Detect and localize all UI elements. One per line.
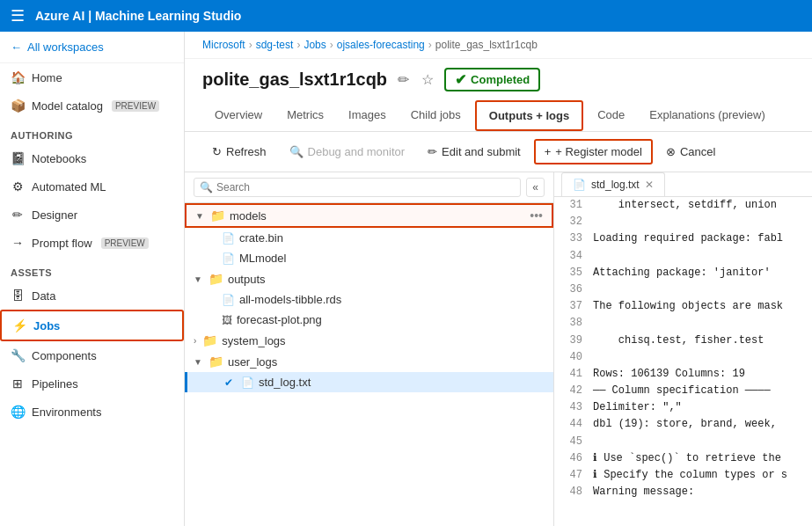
tree-node-outputs[interactable]: ▼ 📁 outputs: [185, 268, 553, 289]
folder-outputs-icon: 📁: [208, 272, 223, 286]
folder-models-icon: 📁: [210, 208, 225, 223]
tab-explanations[interactable]: Explanations (preview): [637, 101, 778, 130]
active-check-icon: ✔: [224, 376, 233, 389]
line-number: 37: [554, 298, 589, 315]
refresh-button[interactable]: ↻ Refresh: [202, 140, 276, 164]
code-line: 38: [554, 315, 812, 332]
close-tab-button[interactable]: ✕: [645, 179, 654, 191]
line-text: Delimiter: ",": [589, 399, 685, 416]
data-icon: 🗄: [11, 289, 25, 303]
sidebar-item-automatedml[interactable]: ⚙ Automated ML: [0, 172, 184, 201]
preview-badge: PREVIEW: [112, 100, 159, 112]
line-number: 41: [554, 366, 589, 383]
line-number: 46: [554, 450, 589, 467]
sidebar-item-promptflow[interactable]: → Prompt flow PREVIEW: [0, 229, 184, 257]
tab-overview[interactable]: Overview: [202, 101, 274, 130]
tab-images[interactable]: Images: [336, 101, 399, 130]
tree-node-systemlogs[interactable]: › 📁 system_logs: [185, 330, 553, 351]
register-model-button[interactable]: + + Register model: [534, 139, 653, 164]
sep1: ›: [249, 39, 252, 51]
collapse-button[interactable]: «: [526, 178, 545, 197]
breadcrumb-current: polite_gas_lsxt1r1cqb: [435, 39, 538, 51]
tree-node-models[interactable]: ▼ 📁 models •••: [185, 203, 553, 228]
code-line: 47ℹ Specify the column types or s: [554, 467, 812, 484]
code-tab-stdlog[interactable]: 📄 std_log.txt ✕: [561, 172, 665, 196]
jobs-icon: ⚡: [12, 318, 26, 332]
breadcrumb-microsoft[interactable]: Microsoft: [202, 39, 245, 51]
sidebar-item-data[interactable]: 🗄 Data: [0, 281, 184, 310]
status-check-icon: ✔: [455, 71, 466, 88]
sidebar-item-modelcatalog[interactable]: 📦 Model catalog PREVIEW: [0, 91, 184, 120]
folder-systemlogs-icon: 📁: [202, 333, 217, 347]
code-viewer: 📄 std_log.txt ✕ 31 intersect, setdiff, u…: [554, 172, 812, 526]
cancel-icon: ⊗: [666, 145, 676, 158]
line-text: ℹ Use `spec()` to retrieve the: [589, 450, 785, 467]
code-line: 37The following objects are mask: [554, 298, 812, 315]
file-tree-header: 🔍 «: [185, 172, 553, 203]
tree-node-stdlog[interactable]: ✔ 📄 std_log.txt: [185, 372, 553, 392]
line-text: intersect, setdiff, union: [589, 197, 780, 214]
sidebar-item-environments[interactable]: 🌐 Environments: [0, 398, 184, 426]
cancel-button[interactable]: ⊗ Cancel: [656, 140, 725, 164]
hamburger-menu[interactable]: ☰: [11, 6, 25, 26]
tab-metrics[interactable]: Metrics: [274, 101, 336, 130]
code-content: 31 intersect, setdiff, union3233Loading …: [554, 197, 812, 526]
sidebar-item-home[interactable]: 🏠 Home: [0, 63, 184, 91]
code-line: 32: [554, 214, 812, 230]
tree-node-mlmodel[interactable]: 📄 MLmodel: [185, 248, 553, 268]
line-text: dbl (19): store, brand, week,: [589, 416, 780, 433]
chevron-outputs: ▼: [194, 274, 202, 284]
file-tab-icon: 📄: [573, 179, 586, 191]
line-number: 34: [554, 248, 589, 265]
line-number: 39: [554, 332, 589, 349]
code-line: 48Warning message:: [554, 484, 812, 500]
file-crate-icon: 📄: [222, 232, 235, 245]
file-tree: 🔍 « ▼ 📁 models ••• 📄: [185, 172, 554, 526]
breadcrumb-jobs[interactable]: Jobs: [304, 39, 326, 51]
edit-submit-button[interactable]: ✏ Edit and submit: [418, 140, 530, 164]
file-stdlog-icon: 📄: [241, 376, 254, 389]
search-input[interactable]: [216, 181, 515, 194]
file-tree-content: ▼ 📁 models ••• 📄 crate.bin 📄 MLmodel: [185, 203, 553, 526]
tab-code[interactable]: Code: [585, 101, 637, 130]
breadcrumb-ojsales[interactable]: ojsales-forecasting: [337, 39, 425, 51]
tree-node-forecastplot[interactable]: 🖼 forecast-plot.png: [185, 310, 553, 330]
notebooks-icon: 📓: [11, 151, 25, 165]
authoring-section-label: Authoring: [0, 120, 184, 144]
line-text: ── Column specification ────: [589, 383, 774, 399]
back-all-workspaces[interactable]: ← All workspaces: [11, 40, 173, 54]
favorite-button[interactable]: ☆: [420, 69, 435, 90]
code-line: 40: [554, 349, 812, 366]
code-line: 41Rows: 106139 Columns: 19: [554, 366, 812, 383]
debug-monitor-button[interactable]: 🔍 Debug and monitor: [280, 140, 415, 164]
edit-title-button[interactable]: ✏: [396, 69, 411, 90]
toolbar: ↻ Refresh 🔍 Debug and monitor ✏ Edit and…: [185, 132, 812, 172]
line-text: Attaching package: 'janitor': [589, 265, 774, 281]
line-number: 42: [554, 383, 589, 399]
main-content: Microsoft › sdg-test › Jobs › ojsales-fo…: [185, 32, 812, 526]
home-icon: 🏠: [11, 70, 25, 84]
tab-outputslogs[interactable]: Outputs + logs: [475, 100, 583, 131]
components-icon: 🔧: [11, 348, 25, 362]
sep2: ›: [296, 39, 300, 51]
code-line: 44dbl (19): store, brand, week,: [554, 416, 812, 433]
breadcrumb-sdgtest[interactable]: sdg-test: [256, 39, 294, 51]
topbar: ☰ Azure AI | Machine Learning Studio: [0, 0, 812, 32]
sidebar-item-pipelines[interactable]: ⊞ Pipelines: [0, 369, 184, 398]
models-menu-icon[interactable]: •••: [530, 208, 543, 223]
tree-node-userlogs[interactable]: ▼ 📁 user_logs: [185, 351, 553, 372]
search-box: 🔍: [194, 178, 521, 197]
pipelines-icon: ⊞: [11, 376, 25, 391]
tree-node-crate[interactable]: 📄 crate.bin: [185, 228, 553, 248]
sidebar-item-notebooks[interactable]: 📓 Notebooks: [0, 144, 184, 172]
designer-icon: ✏: [11, 208, 25, 222]
line-number: 48: [554, 484, 589, 500]
folder-userlogs-icon: 📁: [208, 354, 223, 369]
tab-childjobs[interactable]: Child jobs: [399, 101, 473, 130]
sidebar-item-designer[interactable]: ✏ Designer: [0, 201, 184, 229]
tree-node-allmodels[interactable]: 📄 all-models-tibble.rds: [185, 289, 553, 310]
line-number: 47: [554, 467, 589, 484]
search-icon: 🔍: [200, 181, 213, 194]
sidebar-item-jobs[interactable]: ⚡ Jobs: [0, 310, 184, 341]
sidebar-item-components[interactable]: 🔧 Components: [0, 341, 184, 369]
